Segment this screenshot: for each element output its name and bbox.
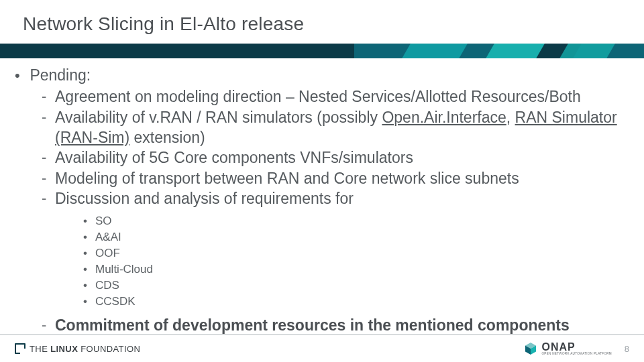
item-text: A&AI — [95, 231, 121, 243]
list-item: Pending: Agreement on modeling direction… — [15, 65, 631, 336]
list-item: Modeling of transport between RAN and Co… — [42, 168, 631, 188]
list-item: SO — [83, 213, 631, 229]
list-item: Agreement on modeling direction – Nested… — [42, 86, 631, 107]
list-item: Availability of v.RAN / RAN simulators (… — [42, 107, 631, 148]
item-text-prefix: Availability of v.RAN / RAN simulators (… — [55, 109, 382, 126]
slide-body: Pending: Agreement on modeling direction… — [0, 58, 644, 336]
item-text: Agreement on modeling direction – Nested… — [55, 88, 581, 105]
item-text: CCSDK — [95, 295, 136, 308]
bullet-list-level2: Agreement on modeling direction – Nested… — [42, 86, 631, 335]
item-text: SO — [95, 215, 112, 227]
onap-logo: ONAP OPEN NETWORK AUTOMATION PLATFORM — [524, 342, 612, 356]
lf-bold: LINUX — [50, 344, 78, 354]
linux-foundation-icon — [15, 343, 25, 354]
slide-footer: THE LINUX FOUNDATION ONAP OPEN NETWORK A… — [0, 334, 644, 362]
lf-prefix: THE — [30, 344, 48, 354]
item-text: Discussion and analysis of requirements … — [55, 190, 354, 207]
list-item: Commitment of development resources in t… — [42, 315, 631, 335]
list-item: OOF — [83, 245, 631, 261]
footer-right: ONAP OPEN NETWORK AUTOMATION PLATFORM 8 — [524, 342, 629, 356]
item-text-suffix: extension) — [129, 129, 205, 146]
bullet-list-level1: Pending: Agreement on modeling direction… — [15, 65, 631, 336]
bullet-list-level3: SO A&AI OOF Multi-Cloud CDS CCSDK — [83, 213, 631, 310]
item-text: Availability of 5G Core components VNFs/… — [55, 149, 413, 166]
list-item: Multi-Cloud — [83, 261, 631, 278]
page-number: 8 — [621, 344, 629, 354]
slide-title: Network Slicing in El-Alto release — [23, 13, 304, 35]
item-text-mid: , — [506, 109, 515, 126]
item-text: Multi-Cloud — [95, 263, 153, 276]
slide: Network Slicing in El-Alto release Pendi… — [0, 0, 644, 362]
list-item: Availability of 5G Core components VNFs/… — [42, 147, 631, 168]
lf-suffix: FOUNDATION — [80, 344, 140, 354]
linux-foundation-logo: THE LINUX FOUNDATION — [15, 343, 140, 354]
slide-header: Network Slicing in El-Alto release — [0, 0, 644, 44]
onap-name-block: ONAP OPEN NETWORK AUTOMATION PLATFORM — [541, 342, 612, 356]
closing-item-bold: Commitment of development resources in t… — [55, 316, 570, 334]
link-open-air-interface[interactable]: Open.Air.Interface — [382, 109, 506, 126]
onap-name: ONAP — [541, 342, 612, 353]
item-text: CDS — [95, 279, 119, 292]
item-text: OOF — [95, 247, 120, 259]
list-item: CDS — [83, 278, 631, 294]
header-accent-band — [0, 44, 644, 58]
list-item: Discussion and analysis of requirements … — [42, 188, 631, 310]
onap-cube-icon — [524, 342, 537, 355]
item-text: Modeling of transport between RAN and Co… — [55, 170, 519, 187]
onap-tagline: OPEN NETWORK AUTOMATION PLATFORM — [541, 353, 612, 356]
list-item: A&AI — [83, 229, 631, 245]
list-item: CCSDK — [83, 294, 631, 310]
pending-label: Pending: — [30, 66, 91, 84]
linux-foundation-text: THE LINUX FOUNDATION — [30, 344, 140, 354]
